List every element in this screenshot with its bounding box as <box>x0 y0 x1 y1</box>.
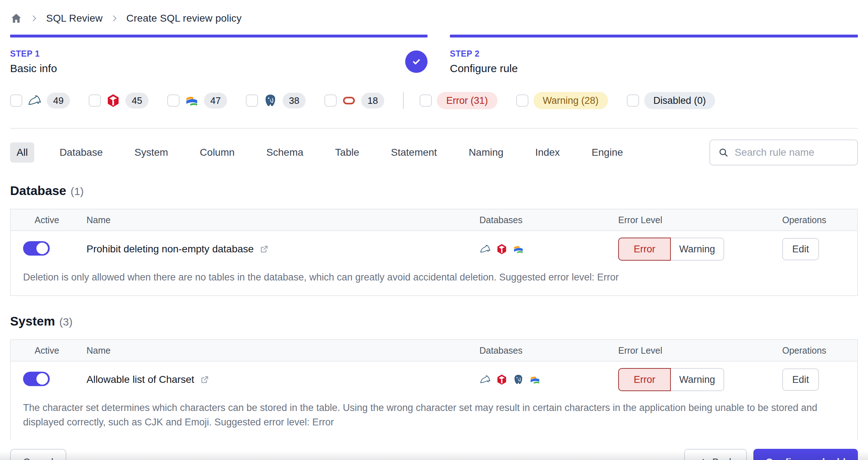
cancel-button[interactable]: Cancel <box>10 449 66 460</box>
mysql-icon <box>27 93 42 108</box>
disabled-count-badge: Disabled (0) <box>644 92 716 109</box>
oracle-icon <box>342 93 356 108</box>
tidb-icon <box>496 374 508 385</box>
rule-engines <box>469 374 602 385</box>
rule-engines <box>469 243 602 255</box>
column-header-active: Active <box>11 345 76 356</box>
oracle-rule-count: 18 <box>361 93 384 109</box>
step-2-label: STEP 2 <box>450 49 858 59</box>
external-link-icon[interactable] <box>259 244 270 255</box>
step-1-basic-info[interactable]: STEP 1 Basic info <box>10 35 428 75</box>
error-level-segmented-control: Error Warning <box>618 368 724 391</box>
step-2-configure-rule[interactable]: STEP 2 Configure rule <box>450 35 858 75</box>
tab-schema[interactable]: Schema <box>260 142 310 163</box>
filter-bar: 49 45 47 38 18 Error (31) War <box>10 90 858 111</box>
warning-checkbox[interactable] <box>516 94 528 107</box>
active-toggle[interactable] <box>23 241 50 256</box>
error-level-warning-button[interactable]: Warning <box>671 238 724 261</box>
tab-naming[interactable]: Naming <box>462 142 510 163</box>
table-header: Active Name Databases Error Level Operat… <box>11 209 857 231</box>
column-header-active: Active <box>11 215 76 225</box>
section-system: System (3) Active Name Databases Error L… <box>10 314 858 440</box>
tidb-rule-count: 45 <box>125 93 149 109</box>
home-icon[interactable] <box>10 12 22 25</box>
section-title: Database <box>10 183 66 198</box>
toggle-knob <box>36 373 48 385</box>
oracle-checkbox[interactable] <box>324 94 337 107</box>
postgresql-checkbox[interactable] <box>246 94 258 107</box>
edit-button[interactable]: Edit <box>782 368 819 391</box>
active-toggle[interactable] <box>23 372 50 386</box>
tab-engine[interactable]: Engine <box>585 142 629 163</box>
chevron-right-icon <box>30 14 39 23</box>
error-level-error-button[interactable]: Error <box>618 368 671 391</box>
filter-engine-tidb[interactable]: 45 <box>89 93 149 109</box>
filter-level-disabled[interactable]: Disabled (0) <box>627 92 716 109</box>
warning-count-badge: Warning (28) <box>533 92 608 109</box>
tidb-icon <box>106 93 120 108</box>
tidb-checkbox[interactable] <box>89 94 101 107</box>
oceanbase-icon <box>185 93 199 108</box>
confirm-and-add-button[interactable]: Confirm and add <box>753 449 858 460</box>
error-count-badge: Error (31) <box>437 92 497 109</box>
breadcrumb-sql-review[interactable]: SQL Review <box>46 13 103 24</box>
column-header-databases: Databases <box>469 215 602 225</box>
error-level-error-button[interactable]: Error <box>618 238 671 261</box>
filter-engine-postgresql[interactable]: 38 <box>246 93 306 109</box>
toggle-knob <box>36 243 48 254</box>
column-header-databases: Databases <box>469 345 602 356</box>
column-header-name: Name <box>76 345 469 356</box>
tab-table[interactable]: Table <box>329 142 366 163</box>
back-button[interactable]: Back <box>684 449 747 460</box>
step-2-title: Configure rule <box>450 62 858 75</box>
filter-engine-oceanbase[interactable]: 47 <box>167 93 227 109</box>
chevron-left-icon <box>697 457 707 460</box>
table-row: Prohibit deleting non-empty database Err… <box>11 231 857 267</box>
external-link-icon[interactable] <box>199 374 210 385</box>
filter-level-error[interactable]: Error (31) <box>420 92 497 109</box>
tab-statement[interactable]: Statement <box>385 142 444 163</box>
step-indicator: STEP 1 Basic info STEP 2 Configure rule <box>10 35 858 75</box>
chevron-right-icon <box>110 14 119 23</box>
rule-category-tabs: All Database System Column Schema Table … <box>10 140 858 165</box>
filter-level-warning[interactable]: Warning (28) <box>516 92 608 109</box>
step-complete-check-icon <box>405 50 428 73</box>
column-header-error-level: Error Level <box>602 345 761 356</box>
tab-column[interactable]: Column <box>193 142 241 163</box>
oceanbase-icon <box>513 243 524 255</box>
breadcrumb-current-page: Create SQL review policy <box>127 13 242 24</box>
section-rule-count: (1) <box>71 185 84 198</box>
filter-engine-oracle[interactable]: 18 <box>324 93 384 109</box>
section-database: Database (1) Active Name Databases Error… <box>10 183 858 296</box>
postgresql-rule-count: 38 <box>283 93 306 109</box>
step-2-progress-bar <box>450 35 858 37</box>
tab-index[interactable]: Index <box>529 142 567 163</box>
mysql-checkbox[interactable] <box>10 94 22 107</box>
rule-table: Active Name Databases Error Level Operat… <box>10 339 858 440</box>
tab-all[interactable]: All <box>10 142 34 163</box>
column-header-name: Name <box>76 215 469 225</box>
footer-actions: Cancel Back Confirm and add <box>10 449 858 460</box>
step-1-progress-bar <box>10 35 428 37</box>
edit-button[interactable]: Edit <box>782 238 819 260</box>
filter-divider <box>403 92 404 109</box>
search-box[interactable] <box>709 140 858 165</box>
oceanbase-icon <box>529 374 541 385</box>
table-row: Allowable list of Charset Error Warning <box>11 362 857 398</box>
filter-engine-mysql[interactable]: 49 <box>10 93 70 109</box>
disabled-checkbox[interactable] <box>627 94 639 107</box>
mysql-rule-count: 49 <box>47 93 70 109</box>
postgresql-icon <box>263 93 278 108</box>
error-level-warning-button[interactable]: Warning <box>671 368 724 391</box>
rule-table: Active Name Databases Error Level Operat… <box>10 209 858 296</box>
section-divider <box>10 128 858 129</box>
error-level-segmented-control: Error Warning <box>618 238 724 261</box>
column-header-operations: Operations <box>761 215 857 225</box>
oceanbase-checkbox[interactable] <box>167 94 180 107</box>
tab-database[interactable]: Database <box>53 142 109 163</box>
search-input[interactable] <box>735 147 849 158</box>
mysql-icon <box>479 243 491 255</box>
tidb-icon <box>496 243 508 255</box>
error-checkbox[interactable] <box>420 94 432 107</box>
tab-system[interactable]: System <box>128 142 174 163</box>
